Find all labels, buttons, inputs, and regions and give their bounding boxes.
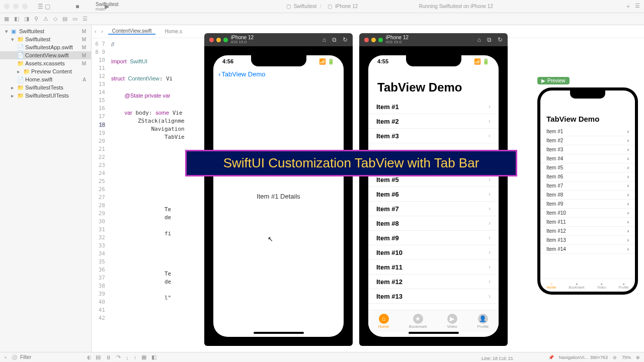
zoom-in-icon[interactable]: ⊕	[636, 355, 640, 360]
list-item[interactable]: Item #13›	[540, 236, 635, 245]
pause-icon[interactable]: ⏸	[106, 354, 111, 360]
window-traffic-lights[interactable]	[4, 4, 28, 9]
list-item[interactable]: Item #5›	[540, 163, 635, 172]
tab-profile[interactable]: 👤Profile	[477, 314, 489, 329]
list-item[interactable]: Item #3›	[368, 129, 499, 143]
scheme-selector[interactable]: Swiftuitest main	[96, 2, 119, 12]
list-item[interactable]: Item #11›	[540, 218, 635, 227]
tab-home[interactable]: ⌂Home	[378, 314, 389, 329]
list-item[interactable]: Item #6›	[540, 172, 635, 182]
add-icon[interactable]: ＋	[3, 354, 8, 361]
source-control-nav-icon[interactable]: ◧	[14, 16, 19, 22]
memory-icon[interactable]: ◧	[151, 354, 156, 360]
list-item[interactable]: Item #10›	[540, 209, 635, 218]
status-icons: 📶 🔋	[319, 58, 335, 65]
home-icon[interactable]: ⌂	[323, 36, 326, 43]
list-item[interactable]: Item #12›	[540, 227, 635, 236]
status-icons: 📶 🔋	[474, 58, 490, 65]
filter-input[interactable]	[20, 354, 84, 360]
test-nav-icon[interactable]: ◇	[53, 16, 57, 22]
filter-icon[interactable]: ⚪	[11, 354, 17, 360]
file-row[interactable]: ▸📁Preview Content	[0, 67, 91, 75]
forward-button[interactable]: ›	[101, 29, 103, 34]
list-item[interactable]: Item #10›	[368, 245, 499, 260]
screenshot-icon[interactable]: ⧉	[487, 36, 492, 43]
debug-icon[interactable]: ▤	[96, 354, 101, 360]
list-item[interactable]: Item #1›	[540, 127, 635, 136]
list-item[interactable]: Item #1›	[368, 100, 499, 114]
back-button[interactable]: ‹	[95, 29, 96, 34]
screenshot-icon[interactable]: ⧉	[332, 36, 337, 43]
issue-nav-icon[interactable]: ⚠	[43, 16, 48, 22]
list-item[interactable]: Item #12›	[368, 275, 499, 289]
list-item[interactable]: Item #2›	[540, 136, 635, 145]
view-debug-icon[interactable]: ▦	[141, 354, 146, 360]
sidebar-toggle-icon[interactable]: ☰ ▢	[38, 3, 50, 10]
navigator-filter-bar: ＋ ⚪ ◐ ▢	[0, 352, 92, 362]
home-icon[interactable]: ⌂	[477, 36, 481, 43]
debug-bar: ▤ ⏸ ↷ ↓ ↑ ▦ ◧	[92, 352, 523, 362]
sim-traffic-lights[interactable]	[209, 38, 228, 42]
file-row[interactable]: 📄SwiftuitestApp.swift M	[0, 43, 91, 51]
find-nav-icon[interactable]: ⚲	[34, 16, 38, 22]
rotate-icon[interactable]: ↻	[498, 36, 503, 43]
tab-home[interactable]: ⌂Home	[547, 282, 556, 289]
list-view[interactable]: Item #1› Item #2› Item #3› Item #5› Item…	[368, 100, 499, 309]
tab-bookmark[interactable]: ★Bookmark	[409, 314, 427, 329]
project-nav-icon[interactable]: ▦	[4, 16, 9, 22]
editor-tab-active[interactable]: ContentView.swift	[108, 28, 156, 35]
file-row[interactable]: 📁Assets.xcassets M	[0, 59, 91, 67]
sim-traffic-lights[interactable]	[364, 38, 383, 42]
zoom-level[interactable]: 75%	[622, 355, 631, 360]
list-item[interactable]: Item #6›	[368, 187, 499, 202]
list-item[interactable]: Item #13›	[368, 289, 499, 304]
zoom-out-icon[interactable]: ⊖	[613, 355, 617, 360]
stepover-icon[interactable]: ↷	[116, 354, 121, 360]
list-item[interactable]: Item #7›	[368, 202, 499, 216]
file-row-selected[interactable]: 📄ContentView.swift M	[0, 51, 91, 59]
list-item[interactable]: Item #8›	[368, 216, 499, 231]
video-banner-overlay: SwiftUI Customization TabView with Tab B…	[185, 150, 517, 176]
report-nav-icon[interactable]: ☰	[83, 16, 88, 22]
editor-tab[interactable]: Home.s	[160, 29, 186, 34]
canvas-preview: ▶ Preview TabView Demo Item #1› Item #2›…	[537, 75, 638, 295]
list-item[interactable]: Item #14›	[368, 304, 499, 309]
pin-icon[interactable]: 📌	[548, 355, 554, 360]
stop-button[interactable]: ■	[75, 3, 79, 10]
nav-back-button[interactable]: ‹ TabView Demo	[218, 70, 266, 78]
list-item[interactable]: Item #9›	[368, 231, 499, 245]
phone-notch	[570, 90, 605, 99]
list-item[interactable]: Item #14›	[540, 245, 635, 254]
stepin-icon[interactable]: ↓	[126, 354, 129, 360]
navigator-toolbar: ▦ ◧ ◨ ⚲ ⚠ ◇ ▤ ▭ ☰	[0, 13, 644, 25]
tab-video[interactable]: ●Video	[597, 282, 606, 289]
tab-bookmark[interactable]: ●Bookmark	[569, 282, 585, 289]
library-button[interactable]: ＋	[625, 3, 631, 10]
debug-nav-icon[interactable]: ▤	[62, 16, 67, 22]
preview-badge[interactable]: ▶ Preview	[537, 77, 570, 84]
tab-video[interactable]: ▶Video	[447, 314, 457, 329]
file-row[interactable]: 📄Home.swift A	[0, 75, 91, 83]
project-root[interactable]: ▾▣ Swiftuitest M	[0, 27, 91, 35]
recent-icon[interactable]: ◐	[87, 354, 92, 360]
list-item[interactable]: Item #7›	[540, 182, 635, 191]
symbol-nav-icon[interactable]: ◨	[24, 16, 29, 22]
list-item[interactable]: Item #8›	[540, 191, 635, 200]
tests-folder[interactable]: ▸📁SwiftuitestTests	[0, 83, 91, 92]
tab-profile[interactable]: ●Profile	[619, 282, 629, 289]
breakpoint-nav-icon[interactable]: ▭	[72, 16, 77, 22]
inspector-toggle[interactable]: ☰	[635, 3, 640, 10]
stepout-icon[interactable]: ↑	[134, 354, 137, 360]
list-item[interactable]: Item #2›	[368, 114, 499, 129]
list-item[interactable]: Item #4›	[540, 154, 635, 163]
project-folder[interactable]: ▾📁 Swiftuitest M	[0, 35, 91, 43]
home-indicator	[409, 332, 459, 334]
uitests-folder[interactable]: ▸📁SwiftuitestUITests	[0, 92, 91, 100]
list-item[interactable]: Item #3›	[540, 145, 635, 154]
tab-bar: ⌂Home ★Bookmark ▶Video 👤Profile	[368, 310, 499, 332]
line-gutter: 6 7 8 9 10 11 12 13 14 15 16 17 18 19 20…	[92, 38, 109, 352]
rotate-icon[interactable]: ↻	[343, 36, 348, 43]
run-destination[interactable]: ▢Swiftuitest 〉 ▢iPhone 12	[286, 3, 358, 10]
list-item[interactable]: Item #9›	[540, 200, 635, 209]
list-item[interactable]: Item #11›	[368, 260, 499, 275]
